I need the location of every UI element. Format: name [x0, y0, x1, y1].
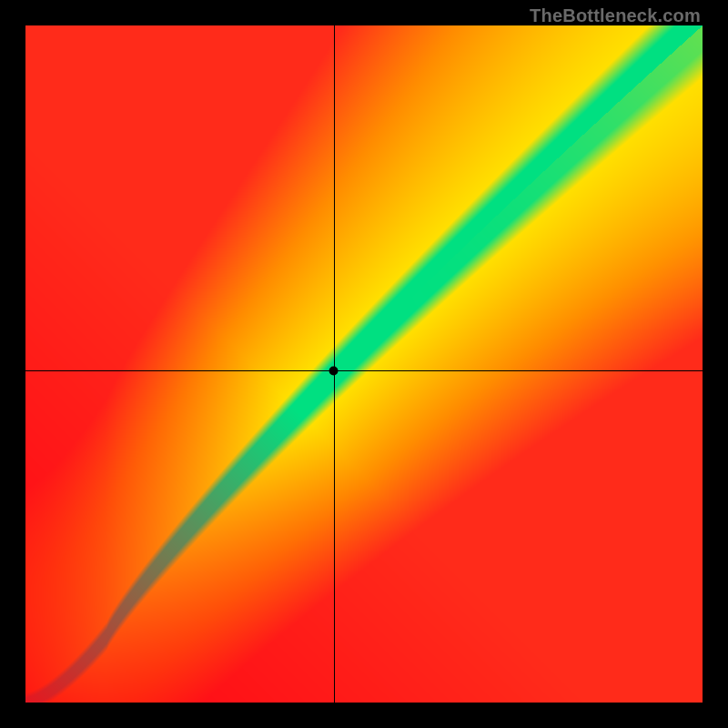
attribution-watermark: TheBottleneck.com — [530, 5, 701, 26]
heatmap-canvas — [0, 0, 728, 728]
bottleneck-heatmap-chart: TheBottleneck.com — [0, 0, 728, 728]
